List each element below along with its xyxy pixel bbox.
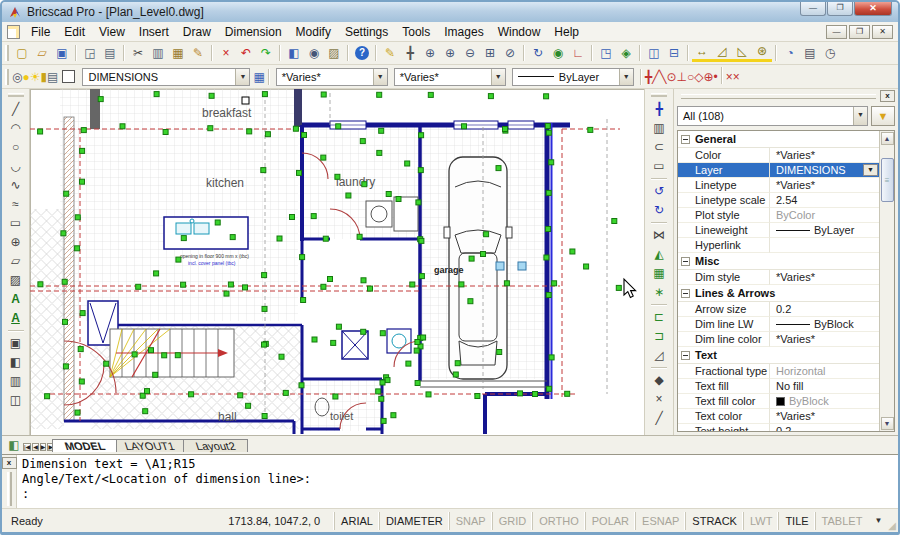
- mdi-close-button[interactable]: ✕: [872, 25, 893, 39]
- grip[interactable]: [616, 285, 621, 290]
- grip[interactable]: [62, 279, 67, 284]
- xref-tool[interactable]: ◫: [5, 391, 27, 410]
- collapse-icon[interactable]: [681, 257, 690, 266]
- chevron-down-icon[interactable]: ▼: [373, 69, 387, 85]
- grip[interactable]: [335, 174, 340, 179]
- tab-layout1[interactable]: LAYOUT1: [112, 439, 187, 452]
- prop-value[interactable]: No fill: [770, 379, 879, 394]
- grip[interactable]: [380, 380, 385, 385]
- grip[interactable]: [145, 389, 150, 394]
- grip[interactable]: [98, 97, 103, 102]
- grip[interactable]: [262, 273, 267, 278]
- grip[interactable]: [381, 418, 386, 423]
- grip[interactable]: [475, 394, 480, 399]
- rectangle-tool[interactable]: ▭: [5, 214, 27, 233]
- grip[interactable]: [302, 133, 307, 138]
- section-general[interactable]: General: [678, 131, 879, 148]
- spline-tool[interactable]: ≈: [5, 195, 27, 214]
- grip[interactable]: [544, 255, 549, 260]
- grip[interactable]: [368, 286, 373, 291]
- status-toggle-lwt[interactable]: LWT: [743, 512, 778, 530]
- zoom-in-icon[interactable]: ⊕: [440, 44, 460, 63]
- grip[interactable]: [176, 257, 181, 262]
- prop-value[interactable]: ByLayer: [770, 223, 879, 238]
- snap-nearest-icon[interactable]: ╲: [659, 70, 666, 84]
- grip[interactable]: [612, 219, 617, 224]
- grip[interactable]: [503, 127, 508, 132]
- collapse-icon[interactable]: [681, 289, 690, 298]
- arc2-tool[interactable]: ◡: [5, 157, 27, 176]
- grip[interactable]: [357, 234, 362, 239]
- print-preview-icon[interactable]: ◲: [80, 44, 100, 63]
- grip[interactable]: [277, 236, 282, 241]
- grip[interactable]: [377, 92, 382, 97]
- section-text[interactable]: Text: [678, 347, 879, 364]
- grip[interactable]: [79, 379, 84, 384]
- scrollbar-thumb[interactable]: ≡: [881, 158, 894, 202]
- grip[interactable]: [299, 383, 304, 388]
- zoom-realtime-icon[interactable]: ⊕: [420, 44, 440, 63]
- grip[interactable]: [336, 324, 341, 329]
- layers-stack-icon[interactable]: ▦: [253, 70, 264, 84]
- grip[interactable]: [297, 170, 302, 175]
- resize-grip-icon[interactable]: ◢: [888, 520, 898, 532]
- maximize-button[interactable]: ❐: [827, 2, 853, 16]
- grip[interactable]: [262, 342, 267, 347]
- erase-icon[interactable]: ×: [216, 44, 236, 63]
- grip[interactable]: [81, 128, 86, 133]
- snap-insertion-icon[interactable]: ⊕: [704, 70, 714, 84]
- ucs-icon[interactable]: ∟: [568, 44, 588, 63]
- pan-icon[interactable]: ╋: [400, 44, 420, 63]
- dim-aligned-icon[interactable]: ◿: [712, 45, 732, 62]
- render-icon[interactable]: ◈: [616, 44, 636, 63]
- minimize-button[interactable]: —: [800, 2, 826, 16]
- menu-images[interactable]: Images: [437, 24, 490, 40]
- grip[interactable]: [415, 340, 420, 345]
- grip[interactable]: [462, 124, 467, 129]
- extend-tool[interactable]: ⊐: [648, 327, 670, 346]
- prop-value[interactable]: *Varies*: [770, 178, 879, 193]
- grip[interactable]: [333, 394, 338, 399]
- status-toggle-ortho[interactable]: ORTHO: [532, 512, 585, 530]
- cut-icon[interactable]: ✂: [128, 44, 148, 63]
- regen-icon[interactable]: ↻: [528, 44, 548, 63]
- menu-help[interactable]: Help: [547, 24, 586, 40]
- grip[interactable]: [336, 124, 341, 129]
- layer-freeze-icon[interactable]: ☀: [30, 70, 41, 84]
- grip[interactable]: [38, 282, 43, 287]
- snap-center-icon[interactable]: ⊙: [667, 70, 677, 84]
- status-toggle-tablet[interactable]: TABLET: [815, 512, 869, 530]
- grip[interactable]: [45, 394, 50, 399]
- undo-icon[interactable]: ↶: [236, 44, 256, 63]
- grip[interactable]: [481, 252, 486, 257]
- grip[interactable]: [406, 361, 411, 366]
- move-tool[interactable]: ╋: [648, 100, 670, 119]
- grip[interactable]: [426, 392, 431, 397]
- line-tool[interactable]: ╱: [5, 100, 27, 119]
- grip[interactable]: [488, 94, 493, 99]
- model-space-icon[interactable]: ◧: [5, 437, 23, 454]
- snap-perpendicular-icon[interactable]: ⊥: [677, 70, 687, 84]
- menu-tools[interactable]: Tools: [395, 24, 437, 40]
- linetype-combo[interactable]: *Varies* ▼: [394, 68, 506, 86]
- layer-explorer-icon[interactable]: ◎: [12, 70, 22, 84]
- grip[interactable]: [453, 372, 458, 377]
- wblock-tool[interactable]: ▥: [5, 372, 27, 391]
- grip[interactable]: [261, 168, 266, 173]
- menu-insert[interactable]: Insert: [132, 24, 176, 40]
- grip[interactable]: [360, 139, 365, 144]
- insert-block-tool[interactable]: ◧: [5, 353, 27, 372]
- dim-angular-icon[interactable]: ◺: [732, 45, 752, 62]
- array-tool[interactable]: ▦: [648, 264, 670, 283]
- menu-view[interactable]: View: [92, 24, 132, 40]
- orbit-icon[interactable]: ◔: [780, 44, 800, 63]
- grip[interactable]: [405, 161, 410, 166]
- grip[interactable]: [469, 256, 474, 261]
- timer-icon[interactable]: ◷: [820, 44, 840, 63]
- prop-value[interactable]: *Varies*: [770, 332, 879, 347]
- prop-value[interactable]: *Varies*: [770, 409, 879, 424]
- find-icon[interactable]: ◉: [304, 44, 324, 63]
- grip[interactable]: [410, 282, 415, 287]
- dim-linear-icon[interactable]: ↔: [692, 45, 712, 62]
- status-toggle-arial[interactable]: ARIAL: [334, 512, 379, 530]
